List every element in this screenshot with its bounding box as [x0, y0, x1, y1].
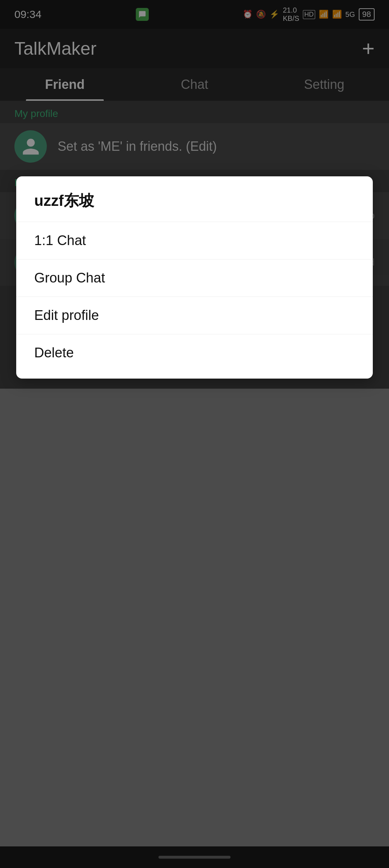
menu-item-one-on-one-chat[interactable]: 1:1 Chat — [16, 222, 373, 259]
menu-contact-name: uzzf东坡 — [16, 187, 373, 222]
menu-item-group-chat[interactable]: Group Chat — [16, 259, 373, 297]
menu-item-edit-profile[interactable]: Edit profile — [16, 297, 373, 334]
menu-item-delete[interactable]: Delete — [16, 334, 373, 371]
overlay-backdrop[interactable] — [0, 0, 389, 868]
page-wrapper: 09:34 ⏰ 🔕 ⚡ 21.0KB/S HD 📶 📶 5G 98 — [0, 0, 389, 868]
context-menu: uzzf东坡 1:1 Chat Group Chat Edit profile … — [16, 176, 373, 379]
